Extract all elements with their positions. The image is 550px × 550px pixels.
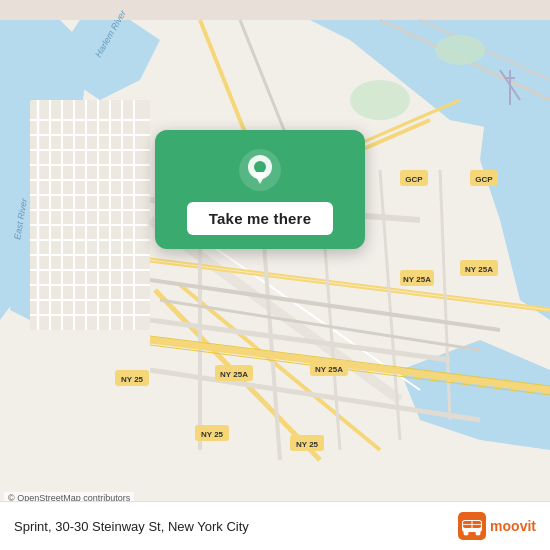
svg-point-88 [464,531,469,536]
location-card: Take me there [155,130,365,249]
map-container: NY 25 NY 25A NY 25A NY 25A NY 25A NY 25 … [0,0,550,550]
svg-text:NY 25A: NY 25A [465,265,493,274]
location-pin-icon [238,148,282,192]
map-background: NY 25 NY 25A NY 25A NY 25A NY 25A NY 25 … [0,0,550,550]
bottom-bar: Sprint, 30-30 Steinway St, New York City… [0,501,550,550]
svg-text:GCP: GCP [475,175,493,184]
svg-point-79 [350,80,410,120]
svg-text:GCP: GCP [405,175,423,184]
svg-text:NY 25A: NY 25A [220,370,248,379]
location-text: Sprint, 30-30 Steinway St, New York City [14,519,249,534]
svg-text:NY 25A: NY 25A [315,365,343,374]
svg-point-80 [435,35,485,65]
take-me-there-button[interactable]: Take me there [187,202,333,235]
svg-text:NY 25A: NY 25A [403,275,431,284]
moovit-brand-icon [458,512,486,540]
moovit-brand-label: moovit [490,518,536,534]
svg-text:NY 25: NY 25 [296,440,319,449]
svg-point-83 [254,161,266,173]
svg-point-89 [476,531,481,536]
moovit-logo: moovit [458,512,536,540]
svg-text:NY 25: NY 25 [121,375,144,384]
svg-text:NY 25: NY 25 [201,430,224,439]
